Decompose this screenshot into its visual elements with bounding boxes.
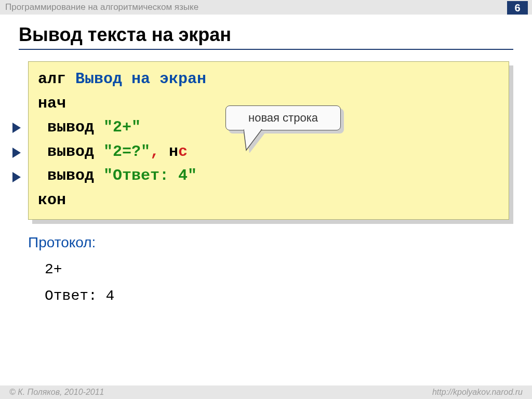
code-comma: , — [150, 143, 169, 161]
protocol-output-line: 2+ — [45, 261, 513, 277]
code-string: "2=?" — [103, 143, 150, 161]
callout-text: новая строка — [248, 111, 318, 125]
bullet-icon — [12, 148, 21, 158]
code-string: "Ответ: 4" — [103, 167, 197, 184]
code-block-wrap: алг Вывод на экран нач вывод "2+" вывод … — [28, 61, 509, 220]
page-number: 6 — [507, 1, 528, 15]
code-keyword: кон — [38, 191, 66, 209]
callout-tail-icon — [244, 129, 272, 153]
svg-rect-2 — [244, 129, 261, 130]
code-keyword: алг — [38, 70, 75, 88]
header-bar: Программирование на алгоритмическом язык… — [0, 0, 532, 15]
protocol-section: Протокол: 2+ Ответ: 4 — [28, 234, 513, 304]
code-keyword: нач — [38, 95, 66, 112]
code-nc: с — [178, 143, 188, 161]
slide-content: Вывод текста на экран алг Вывод на экран… — [0, 15, 532, 304]
footer-bar: © К. Поляков, 2010-2011 http://kpolyakov… — [0, 385, 532, 399]
bullet-icon — [12, 172, 21, 182]
code-keyword: вывод — [38, 167, 103, 184]
code-keyword: вывод — [38, 143, 103, 161]
footer-url: http://kpolyakov.narod.ru — [432, 388, 523, 397]
code-prog-name: Вывод на экран — [75, 70, 206, 88]
code-keyword: вывод — [38, 118, 103, 136]
callout-box: новая строка — [225, 105, 341, 130]
protocol-label: Протокол: — [28, 234, 513, 251]
protocol-output-line: Ответ: 4 — [45, 288, 513, 304]
code-nc: н — [169, 143, 178, 161]
callout: новая строка — [225, 105, 341, 130]
bullet-icon — [12, 123, 21, 133]
slide-title: Вывод текста на экран — [19, 24, 513, 50]
footer-copyright: © К. Поляков, 2010-2011 — [9, 388, 104, 397]
code-string: "2+" — [103, 118, 141, 136]
header-title: Программирование на алгоритмическом язык… — [5, 0, 198, 15]
